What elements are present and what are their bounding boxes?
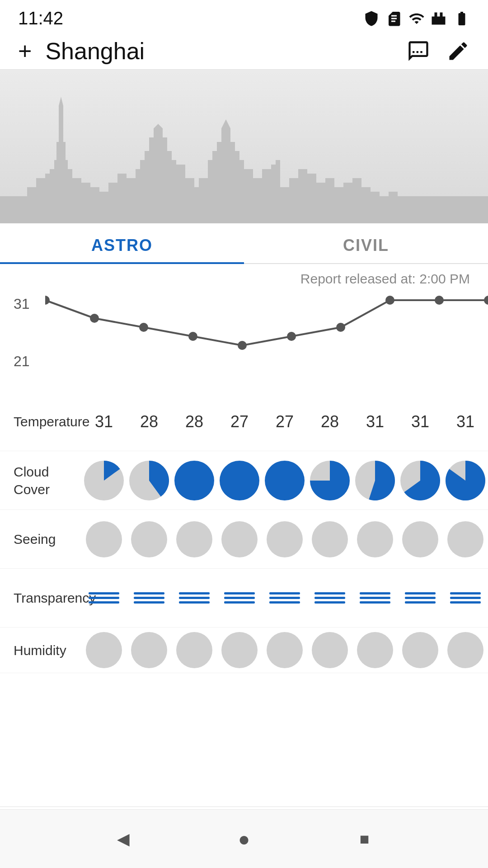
cloud-cover-row: Cloud Cover: [0, 451, 488, 510]
svg-point-3: [174, 461, 214, 500]
humidity-cell-7: [398, 627, 443, 673]
cloud-cell-7: [398, 456, 443, 505]
system-nav-bar: ◀ ● ■: [0, 809, 488, 868]
seeing-cells: [81, 517, 488, 562]
chart-point: [287, 332, 296, 341]
cloud-cell-1: [127, 456, 172, 505]
temperature-row: Temperature 31 28 28 27 27 28 31 31 31: [0, 392, 488, 451]
temp-cell-5: 28: [307, 408, 352, 436]
temperature-cells: 31 28 28 27 27 28 31 31 31: [81, 408, 488, 436]
humidity-cell-6: [352, 627, 398, 673]
seeing-cell-6: [352, 517, 398, 562]
transparency-cell-2: [172, 588, 217, 608]
message-button[interactable]: [407, 39, 430, 63]
chart-point: [188, 332, 197, 341]
temp-cell-8: 31: [443, 408, 488, 436]
status-time: 11:42: [18, 8, 63, 28]
cloud-cover-cells: [81, 456, 488, 505]
status-bar: 11:42: [0, 0, 488, 33]
cloud-cell-5: [307, 456, 352, 505]
transparency-label: Transparency: [0, 585, 81, 611]
chart-point: [385, 296, 394, 305]
battery-icon: [454, 10, 470, 27]
temp-cell-4: 27: [262, 408, 307, 436]
seeing-cell-5: [307, 517, 352, 562]
temperature-label: Temperature: [0, 408, 81, 435]
seeing-cell-8: [443, 517, 488, 562]
seeing-row: Seeing: [0, 510, 488, 569]
recent-button[interactable]: ■: [353, 827, 376, 851]
seeing-cell-0: [81, 517, 127, 562]
chart-point: [435, 296, 444, 305]
status-icons: [363, 10, 470, 27]
humidity-cell-5: [307, 627, 352, 673]
edit-icon: [446, 39, 470, 63]
chart-point: [139, 323, 148, 332]
page-title: Shanghai: [45, 38, 407, 65]
chart-point: [90, 314, 99, 323]
humidity-cell-0: [81, 627, 127, 673]
add-button[interactable]: +: [18, 39, 32, 63]
cloud-cover-label: Cloud Cover: [0, 458, 81, 503]
transparency-row: Transparency: [0, 569, 488, 627]
chart-svg: [45, 291, 488, 382]
top-bar: + Shanghai: [0, 33, 488, 70]
humidity-cell-8: [443, 627, 488, 673]
chart-point: [45, 296, 50, 305]
message-icon: [407, 39, 430, 63]
transparency-cell-5: [307, 588, 352, 608]
tab-astro[interactable]: ASTRO: [0, 223, 244, 263]
svg-point-5: [265, 461, 305, 500]
temperature-chart: 31 21: [0, 291, 488, 392]
svg-point-4: [220, 461, 259, 500]
data-grid: Temperature 31 28 28 27 27 28 31 31 31 C…: [0, 392, 488, 673]
tab-civil[interactable]: CIVIL: [244, 223, 488, 263]
chart-point: [238, 341, 247, 350]
cloud-cell-0: [81, 456, 127, 505]
home-button[interactable]: ●: [232, 827, 256, 851]
transparency-cell-7: [398, 588, 443, 608]
seeing-cell-3: [217, 517, 262, 562]
edit-button[interactable]: [446, 39, 470, 63]
cloud-cell-8: [443, 456, 488, 505]
wifi-icon: [408, 10, 425, 27]
temp-cell-6: 31: [352, 408, 398, 436]
chart-point: [484, 296, 488, 305]
transparency-cell-6: [352, 588, 398, 608]
seeing-cell-2: [172, 517, 217, 562]
transparency-cell-1: [127, 588, 172, 608]
transparency-cell-8: [443, 588, 488, 608]
back-button[interactable]: ◀: [112, 827, 135, 851]
temp-cell-3: 27: [217, 408, 262, 436]
chart-y-label-low: 21: [14, 353, 45, 370]
chart-y-label-high: 31: [14, 296, 45, 312]
cloud-cell-6: [352, 456, 398, 505]
city-skyline: [0, 70, 488, 223]
top-bar-actions: [407, 39, 470, 63]
sim-icon: [386, 10, 402, 27]
transparency-cell-4: [262, 588, 307, 608]
skyline-svg: [0, 70, 488, 223]
cloud-cell-4: [262, 456, 307, 505]
seeing-cell-1: [127, 517, 172, 562]
cloud-cell-2: [172, 456, 217, 505]
transparency-cell-3: [217, 588, 262, 608]
chart-point: [336, 323, 345, 332]
seeing-label: Seeing: [0, 526, 81, 552]
temp-cell-0: 31: [81, 408, 127, 436]
tab-bar: ASTRO CIVIL: [0, 223, 488, 264]
seeing-cell-7: [398, 517, 443, 562]
temp-cell-2: 28: [172, 408, 217, 436]
humidity-row: Humidity: [0, 627, 488, 673]
humidity-cells: [81, 627, 488, 673]
transparency-cell-0: [81, 588, 127, 608]
humidity-cell-2: [172, 627, 217, 673]
transparency-cells: [81, 588, 488, 608]
seeing-cell-4: [262, 517, 307, 562]
humidity-label: Humidity: [0, 637, 81, 664]
temp-cell-1: 28: [127, 408, 172, 436]
signal-icon: [431, 10, 447, 27]
humidity-cell-1: [127, 627, 172, 673]
cloud-cell-3: [217, 456, 262, 505]
humidity-cell-4: [262, 627, 307, 673]
